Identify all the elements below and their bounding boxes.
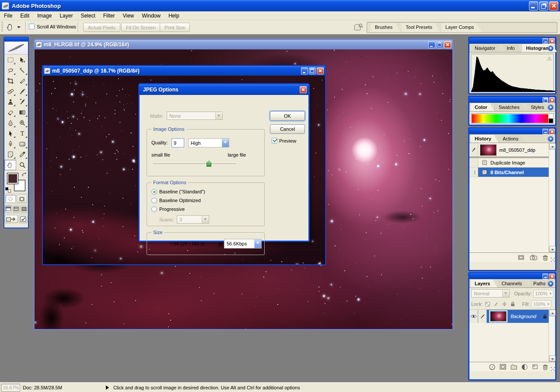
layer-thumbnail[interactable]: [490, 311, 507, 322]
scroll-down-icon[interactable]: [549, 355, 556, 362]
palette-menu-icon[interactable]: [548, 281, 553, 287]
tab-actions[interactable]: Actions: [499, 135, 525, 143]
adjustment-layer-icon[interactable]: [522, 364, 528, 370]
lasso-tool[interactable]: [4, 65, 16, 76]
menu-image[interactable]: Image: [33, 12, 56, 20]
file-browser-button[interactable]: [353, 22, 364, 32]
well-tab-layer-comps[interactable]: Layer Comps: [441, 23, 482, 32]
gradient-tool[interactable]: [16, 107, 28, 118]
inner-doc-titlebar[interactable]: m8_050507_ddp @ 16.7% (RGB/8#): [43, 66, 325, 76]
jpeg-dialog-titlebar[interactable]: JPEG Options: [140, 84, 308, 95]
tab-layers[interactable]: Layers: [471, 280, 497, 287]
menu-help[interactable]: Help: [164, 12, 183, 20]
delete-icon[interactable]: [542, 255, 548, 261]
palette-minimize-button[interactable]: [542, 129, 548, 134]
current-tool-button[interactable]: [6, 22, 24, 32]
outer-doc-maximize-button[interactable]: [436, 41, 443, 48]
palette-menu-icon[interactable]: [548, 136, 553, 142]
palette-minimize-button[interactable]: [542, 273, 548, 279]
palette-close-button[interactable]: [549, 273, 555, 279]
baseline-optimized-radio[interactable]: [151, 198, 157, 203]
fit-on-screen-button[interactable]: Fit On Screen: [121, 23, 161, 32]
quality-dropdown-icon[interactable]: [222, 139, 229, 147]
history-snapshot-row[interactable]: m8_050507_ddp: [469, 143, 549, 158]
palette-maximize-button[interactable]: [542, 97, 548, 103]
menu-edit[interactable]: Edit: [16, 12, 33, 20]
lock-position-icon[interactable]: [501, 301, 508, 308]
baseline-standard-radio[interactable]: [151, 189, 157, 195]
menu-window[interactable]: Window: [138, 12, 164, 20]
print-size-button[interactable]: Print Size: [160, 23, 190, 32]
ok-button[interactable]: OK: [270, 111, 305, 121]
cached-data-warning-icon[interactable]: ⚠: [547, 56, 552, 62]
well-tab-brushes[interactable]: Brushes: [371, 23, 400, 32]
progressive-radio[interactable]: [151, 206, 157, 212]
menu-filter[interactable]: Filter: [99, 12, 119, 20]
inner-doc-minimize-button[interactable]: [301, 67, 308, 74]
palette-minimize-button[interactable]: [542, 38, 548, 44]
white-swatch[interactable]: [549, 114, 553, 119]
eraser-tool[interactable]: [4, 107, 16, 118]
palette-close-button[interactable]: [549, 38, 555, 44]
new-layer-icon[interactable]: [532, 364, 538, 370]
well-tab-tool-presets[interactable]: Tool Presets: [401, 23, 440, 32]
healing-brush-tool[interactable]: [4, 86, 16, 97]
swap-colors-icon[interactable]: [21, 172, 27, 178]
quick-mask-mode-button[interactable]: [17, 195, 27, 203]
quality-slider-thumb[interactable]: [206, 160, 211, 167]
new-snapshot-icon[interactable]: [530, 255, 537, 260]
scroll-down-icon[interactable]: [549, 246, 556, 252]
palette-menu-icon[interactable]: [548, 105, 553, 110]
tab-navigator[interactable]: Navigator: [471, 44, 502, 52]
tab-info[interactable]: Info: [503, 44, 522, 52]
minimize-button[interactable]: [529, 1, 538, 10]
tool-preset-dropdown-icon[interactable]: [17, 26, 21, 28]
preview-checkbox[interactable]: [272, 138, 277, 144]
history-brush-tool[interactable]: [16, 97, 28, 107]
notes-tool[interactable]: [4, 149, 16, 160]
delete-layer-icon[interactable]: [542, 364, 548, 370]
history-brush-source-cell[interactable]: [469, 158, 478, 167]
blur-tool[interactable]: [4, 118, 16, 128]
history-palette-titlebar[interactable]: [469, 129, 555, 134]
type-tool[interactable]: T: [16, 128, 28, 139]
crop-tool[interactable]: [4, 76, 16, 86]
color-palette-titlebar[interactable]: [469, 97, 555, 103]
scroll-all-windows-checkbox[interactable]: [29, 24, 35, 29]
lock-transparency-icon[interactable]: [484, 301, 491, 308]
layer-style-icon[interactable]: f: [489, 364, 495, 370]
marquee-tool[interactable]: [4, 55, 16, 65]
layer-visibility-cell[interactable]: [469, 310, 478, 323]
black-swatch[interactable]: [549, 119, 553, 123]
standard-screen-mode-button[interactable]: [5, 205, 12, 213]
layers-palette-titlebar[interactable]: [469, 273, 555, 279]
layers-scrollbar[interactable]: [549, 310, 555, 362]
options-bar-grip[interactable]: [1, 22, 3, 32]
palette-close-button[interactable]: [549, 97, 555, 103]
fullscreen-menubar-mode-button[interactable]: [13, 205, 20, 213]
path-selection-tool[interactable]: [4, 128, 16, 139]
menu-select[interactable]: Select: [77, 12, 99, 20]
histogram-palette-titlebar[interactable]: [469, 38, 555, 44]
imageready-edit-button[interactable]: [19, 215, 28, 223]
scroll-up-icon[interactable]: [549, 310, 556, 316]
palette-resize-grip[interactable]: [550, 367, 555, 371]
cancel-button[interactable]: Cancel: [270, 124, 305, 134]
tab-history[interactable]: History: [471, 135, 498, 143]
menu-layer[interactable]: Layer: [56, 12, 77, 20]
new-document-from-state-icon[interactable]: [518, 255, 525, 260]
shape-tool[interactable]: [16, 139, 28, 149]
foreground-color-swatch[interactable]: [7, 173, 18, 184]
inner-doc-close-button[interactable]: [317, 67, 324, 74]
history-step-row-selected[interactable]: 8 Bits/Channel: [469, 168, 549, 177]
menu-file[interactable]: File: [0, 12, 16, 20]
zoom-level-field[interactable]: 16.67%: [1, 384, 20, 392]
default-colors-icon[interactable]: [5, 187, 11, 192]
toolbox-titlebar[interactable]: [4, 38, 28, 42]
outer-doc-minimize-button[interactable]: [428, 41, 435, 48]
standard-mode-button[interactable]: [5, 195, 16, 203]
layer-mask-icon[interactable]: [500, 364, 506, 370]
color-spectrum-bar[interactable]: [471, 113, 554, 124]
tab-swatches[interactable]: Swatches: [495, 103, 527, 111]
preview-option[interactable]: Preview: [272, 138, 296, 144]
